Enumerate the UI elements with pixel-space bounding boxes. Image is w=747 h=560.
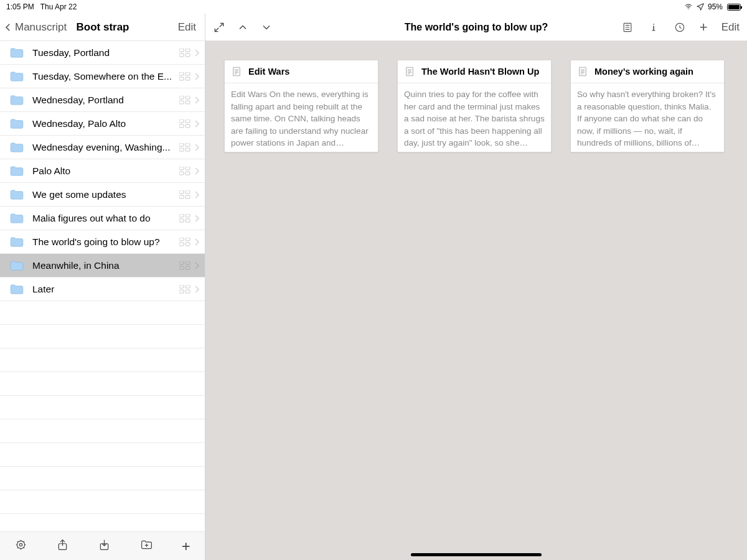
chevron-right-icon	[194, 72, 200, 81]
share-icon	[56, 538, 69, 551]
sidebar-item[interactable]: Wednesday, Palo Alto	[0, 112, 205, 136]
chevron-right-icon	[194, 143, 200, 152]
sidebar-item[interactable]: Tuesday, Portland	[0, 41, 205, 65]
index-card[interactable]: Money's working again So why hasn't ever…	[570, 60, 725, 152]
sidebar-item[interactable]: The world's going to blow up?	[0, 230, 205, 254]
sidebar-item[interactable]: Tuesday, Somewhere on the E...	[0, 65, 205, 88]
index-card[interactable]: The World Hasn't Blown Up Quinn tries to…	[397, 60, 552, 152]
status-bar: 1:05 PM Thu Apr 22 95%	[0, 0, 747, 14]
corkboard-icon	[179, 167, 190, 175]
card-body: Quinn tries to pay for the coffee with h…	[404, 88, 545, 149]
svg-rect-19	[179, 148, 184, 151]
sidebar-empty-row	[0, 467, 205, 490]
chevron-down-icon[interactable]	[260, 21, 273, 34]
sidebar-item-label: Wednesday evening, Washing...	[32, 142, 179, 153]
new-button[interactable]: +	[178, 535, 194, 558]
corkboard-icon	[179, 214, 190, 223]
svg-rect-10	[186, 96, 190, 99]
svg-rect-38	[186, 261, 190, 264]
sidebar-item[interactable]: Meanwhile, in China	[0, 254, 205, 278]
sidebar-item[interactable]: Palo Alto	[0, 159, 205, 183]
svg-point-45	[17, 541, 24, 548]
chevron-right-icon	[194, 285, 200, 294]
document-icon	[231, 66, 242, 77]
sidebar-toolbar: +	[0, 531, 205, 560]
add-button[interactable]: +	[700, 21, 708, 34]
main-tools: + Edit	[621, 21, 740, 34]
history-icon[interactable]	[674, 21, 686, 34]
chevron-right-icon	[194, 96, 200, 105]
svg-rect-37	[179, 261, 184, 264]
expand-icon[interactable]	[213, 21, 225, 34]
share-button[interactable]	[52, 534, 73, 558]
sidebar-header: Manuscript Boot strap Edit	[0, 14, 205, 41]
outline-icon[interactable]	[621, 21, 634, 34]
svg-rect-16	[186, 124, 190, 128]
battery-icon	[726, 4, 741, 11]
main-header: The world's going to blow up? + Edit	[205, 14, 747, 41]
nav-group	[213, 21, 273, 34]
folder-icon	[10, 284, 24, 294]
sidebar-item[interactable]: Wednesday, Portland	[0, 88, 205, 112]
status-date: Thu Apr 22	[40, 2, 77, 11]
sidebar-item[interactable]: Wednesday evening, Washing...	[0, 136, 205, 159]
chevron-up-icon[interactable]	[237, 21, 249, 34]
home-indicator[interactable]	[411, 553, 542, 556]
settings-button[interactable]	[11, 534, 31, 558]
main-edit-button[interactable]: Edit	[721, 21, 740, 34]
corkboard-icon	[179, 143, 190, 152]
svg-rect-27	[179, 195, 184, 198]
sidebar-empty-row	[0, 372, 205, 396]
folder-icon	[10, 166, 24, 176]
svg-rect-25	[179, 190, 184, 194]
svg-rect-13	[179, 119, 184, 123]
chevron-right-icon	[194, 190, 200, 199]
svg-rect-40	[186, 266, 190, 269]
card-title: Edit Wars	[248, 67, 289, 77]
folder-icon	[10, 261, 24, 271]
corkboard-icon	[179, 238, 190, 246]
battery-percent: 95%	[708, 2, 723, 11]
sidebar-item-label: Later	[32, 284, 179, 295]
sidebar-item[interactable]: We get some updates	[0, 183, 205, 207]
sidebar-list: Tuesday, Portland Tuesday, Somewhere on …	[0, 41, 205, 531]
corkboard: Edit Wars Edit Wars On the news, everyth…	[205, 41, 747, 560]
svg-rect-7	[179, 77, 184, 80]
sidebar-item-label: Palo Alto	[32, 166, 179, 177]
folder-icon	[10, 48, 24, 58]
sidebar-empty-row	[0, 301, 205, 325]
svg-rect-53	[580, 67, 586, 76]
svg-rect-5	[179, 72, 184, 75]
chevron-left-icon	[2, 22, 14, 33]
index-card[interactable]: Edit Wars Edit Wars On the news, everyth…	[224, 60, 378, 152]
svg-rect-51	[233, 67, 240, 76]
svg-rect-1	[179, 49, 184, 52]
import-button[interactable]	[94, 534, 115, 558]
sidebar-edit-button[interactable]: Edit	[174, 19, 200, 36]
back-button[interactable]: Manuscript	[2, 21, 67, 34]
sidebar-item[interactable]: Malia figures out what to do	[0, 207, 205, 230]
svg-rect-15	[179, 124, 184, 128]
sidebar-item-label: We get some updates	[32, 189, 179, 200]
status-time: 1:05 PM	[6, 2, 34, 11]
sidebar-item[interactable]: Later	[0, 278, 205, 301]
new-folder-button[interactable]	[136, 534, 157, 558]
chevron-right-icon	[194, 261, 200, 270]
svg-rect-23	[179, 172, 184, 175]
svg-rect-39	[179, 266, 184, 269]
sidebar: Manuscript Boot strap Edit Tuesday, Port…	[0, 14, 205, 560]
sidebar-empty-row	[0, 348, 205, 372]
sidebar-item-label: The world's going to blow up?	[32, 236, 179, 248]
svg-rect-4	[186, 54, 190, 57]
sidebar-item-label: Tuesday, Portland	[32, 47, 179, 58]
wifi-icon	[684, 2, 693, 11]
corkboard-icon	[179, 119, 190, 128]
folder-plus-icon	[140, 538, 153, 551]
svg-point-0	[688, 9, 688, 9]
document-icon	[404, 66, 415, 77]
svg-rect-41	[179, 285, 184, 288]
folder-icon	[10, 95, 24, 105]
corkboard-icon	[179, 96, 190, 105]
svg-rect-26	[186, 190, 190, 194]
info-icon[interactable]	[647, 21, 660, 34]
